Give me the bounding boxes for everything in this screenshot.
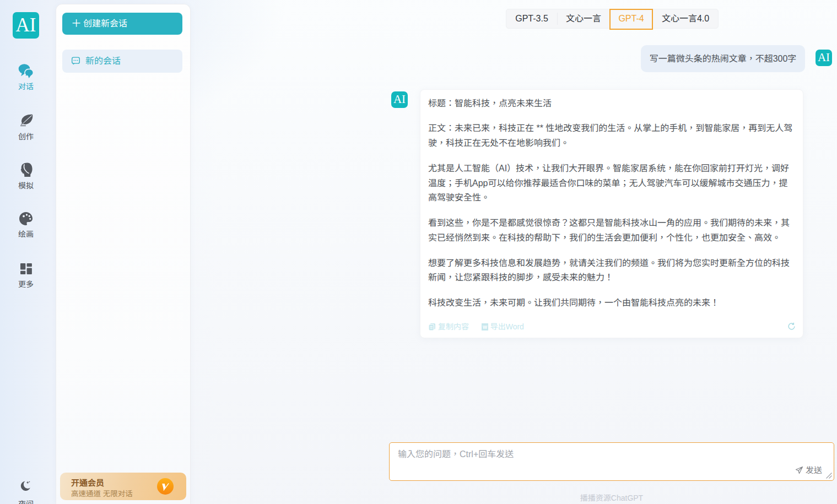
svg-text:W: W xyxy=(483,324,488,330)
